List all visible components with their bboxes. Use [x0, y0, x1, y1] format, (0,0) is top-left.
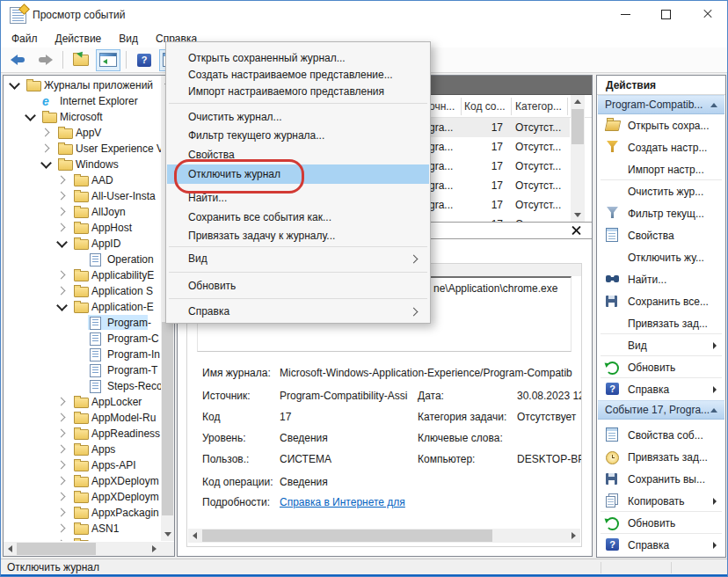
chevron-expanded-icon[interactable] [56, 300, 68, 311]
scroll-down-button[interactable] [161, 528, 174, 541]
tree-item[interactable]: ApplicabilityE [4, 267, 161, 283]
menu-view[interactable]: Вид [110, 29, 147, 47]
tree-item[interactable]: User Experience V [4, 141, 161, 157]
column-header[interactable]: Категор... [515, 100, 562, 113]
tree-item[interactable]: Application S [4, 283, 161, 299]
menu-file[interactable]: Файл [3, 29, 47, 47]
scroll-left-button[interactable] [188, 529, 201, 543]
column-header[interactable]: очн... [429, 100, 455, 113]
chevron-collapsed-icon[interactable] [57, 413, 66, 422]
scrollbar-thumb[interactable] [17, 543, 96, 555]
tree-item[interactable]: Internet Explorer [4, 93, 161, 109]
scrollbar-thumb[interactable] [162, 322, 173, 515]
chevron-collapsed-icon[interactable] [57, 223, 66, 232]
tree-item[interactable]: AppID [4, 236, 161, 252]
menu-action[interactable]: Действие [47, 29, 111, 47]
action-item[interactable]: Обновить [598, 356, 724, 378]
console-tree-button[interactable] [96, 49, 120, 71]
tree-item[interactable]: AllJoyn [4, 204, 161, 220]
context-menu-item[interactable]: Открыть сохраненный журнал... [167, 49, 429, 67]
tree-item[interactable]: AAD [4, 172, 161, 188]
action-item[interactable]: Свойства [598, 224, 724, 246]
scrollbar-thumb[interactable] [571, 109, 584, 144]
tree-item[interactable]: AppHost [4, 220, 161, 236]
tree-item[interactable]: All-User-Insta [4, 188, 161, 204]
context-menu-item[interactable]: Обновить [167, 277, 429, 295]
tree-item[interactable]: Program-In [4, 347, 161, 362]
tree-item[interactable]: Program- [4, 315, 161, 331]
action-item[interactable]: Импорт настр... [598, 158, 724, 180]
scroll-right-button[interactable] [567, 529, 580, 543]
action-item[interactable]: Очистить жур... [598, 180, 724, 202]
chevron-collapsed-icon[interactable] [57, 429, 66, 438]
back-button[interactable] [5, 49, 30, 71]
tree-item[interactable]: Windows [4, 157, 161, 172]
action-item[interactable]: Сохранить вы... [598, 468, 724, 490]
tree-item[interactable] [4, 537, 161, 541]
chevron-expanded-icon[interactable] [40, 157, 52, 169]
tree-item[interactable]: Operation [4, 252, 161, 267]
scroll-up-button[interactable] [571, 95, 585, 108]
tree-item[interactable]: Program-T [4, 362, 161, 378]
action-item[interactable]: Привязать зад... [598, 312, 724, 334]
preview-close-icon[interactable] [571, 225, 582, 237]
detail-horizontal-scrollbar[interactable] [188, 529, 580, 543]
chevron-collapsed-icon[interactable] [41, 144, 50, 153]
context-menu-item[interactable]: Создать настраиваемое представление... [167, 66, 429, 84]
scroll-right-button[interactable] [148, 542, 161, 556]
export-folder-button[interactable] [69, 49, 93, 71]
chevron-collapsed-icon[interactable] [57, 524, 66, 533]
context-menu-item[interactable]: Фильтр текущего журнала... [167, 127, 429, 144]
scrollbar-thumb[interactable] [202, 530, 492, 542]
action-item[interactable]: Открыть сохра... [598, 114, 724, 136]
action-item[interactable]: Копировать [598, 490, 724, 512]
forward-button[interactable] [33, 49, 57, 71]
action-item[interactable]: Обновить [598, 512, 724, 534]
action-item[interactable]: Отключить жу... [598, 246, 724, 268]
scroll-left-button[interactable] [4, 542, 17, 556]
tree-item[interactable]: Application-E [4, 299, 161, 315]
action-section-header[interactable]: Событие 17, Progra... [598, 400, 724, 420]
tree-item[interactable]: Apps-API [4, 457, 161, 473]
tree-item[interactable]: AppXDeploym [4, 473, 161, 489]
action-item[interactable]: Найти... [598, 268, 724, 290]
tree-item[interactable]: AppReadiness [4, 426, 161, 442]
action-item[interactable]: Справка [598, 534, 724, 556]
context-menu-item[interactable]: Очистить журнал... [167, 108, 429, 126]
chevron-collapsed-icon[interactable] [57, 176, 66, 185]
chevron-collapsed-icon[interactable] [57, 461, 66, 470]
chevron-collapsed-icon[interactable] [57, 508, 66, 517]
tree-item[interactable]: Журналы приложений [4, 77, 161, 93]
chevron-collapsed-icon[interactable] [57, 192, 66, 201]
context-menu-item[interactable]: Вид [167, 250, 429, 267]
context-menu-item[interactable]: Привязать задачу к журналу... [167, 227, 429, 245]
tree-item[interactable]: Apps [4, 442, 161, 457]
tree-item[interactable]: AppV [4, 125, 161, 141]
help-button[interactable] [132, 49, 157, 71]
tree-item[interactable]: AppXDeploym [4, 489, 161, 505]
context-menu-item[interactable]: Справка [167, 303, 429, 320]
collapse-icon[interactable] [710, 103, 717, 107]
action-item[interactable]: Фильтр текущ... [598, 202, 724, 224]
column-header[interactable]: Код со... [464, 100, 506, 113]
action-item[interactable]: Справка [598, 378, 724, 400]
chevron-collapsed-icon[interactable] [57, 445, 66, 454]
tree-item[interactable]: ASN1 [4, 521, 161, 537]
tree-item[interactable]: Microsoft [4, 109, 161, 125]
action-item[interactable]: Привязать зад... [598, 446, 724, 468]
column-divider[interactable] [511, 98, 512, 115]
chevron-collapsed-icon[interactable] [57, 540, 66, 541]
chevron-collapsed-icon[interactable] [41, 128, 50, 137]
scroll-down-button[interactable] [571, 208, 585, 222]
tree-horizontal-scrollbar[interactable] [4, 542, 161, 556]
chevron-collapsed-icon[interactable] [57, 477, 66, 486]
tree-item[interactable]: Steps-Reco [4, 378, 161, 394]
action-item[interactable]: Вид [598, 334, 724, 356]
context-menu-item[interactable]: Сохранить все события как... [167, 208, 429, 226]
list-vertical-scrollbar[interactable] [571, 95, 585, 222]
action-section-header[interactable]: Program-Compatib... [598, 95, 724, 114]
action-item[interactable]: Свойства соб... [598, 424, 724, 446]
action-item[interactable]: Создать настр... [598, 136, 724, 158]
chevron-expanded-icon[interactable] [9, 78, 20, 90]
action-item[interactable]: Сохранить все... [598, 290, 724, 312]
